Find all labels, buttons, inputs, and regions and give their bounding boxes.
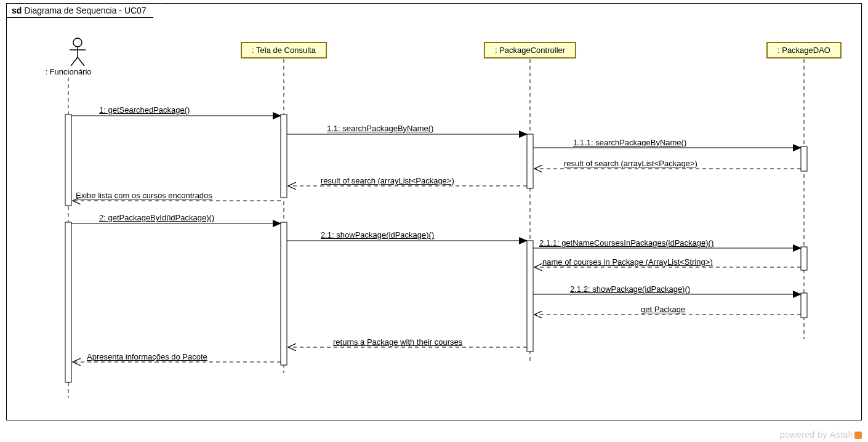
astah-icon bbox=[854, 432, 862, 439]
svg-rect-9 bbox=[65, 115, 71, 206]
msg-2-1-2: 2.1.2: showPackage(idPackage)() bbox=[570, 284, 690, 294]
ret-2-1: returns a Package with their courses bbox=[333, 337, 462, 347]
svg-rect-13 bbox=[527, 134, 533, 188]
svg-rect-14 bbox=[527, 241, 533, 352]
msg-2-1-1: 2.1.1: getNameCoursesInPackages(idPackag… bbox=[539, 238, 713, 247]
msg-1: 1: getSearchedPackage() bbox=[99, 105, 190, 115]
ret-2-1-1: name of courses in Package (ArrayList<St… bbox=[542, 257, 713, 267]
ret-1: Exibe lista com os cursos encontrados bbox=[76, 191, 212, 200]
svg-rect-11 bbox=[281, 115, 287, 198]
ret-2: Apresenta informações do Pacote bbox=[87, 352, 207, 361]
diagram-stage: : Funcionário : Tela de Consulta : Packa… bbox=[7, 4, 861, 420]
svg-rect-12 bbox=[281, 222, 287, 365]
svg-rect-16 bbox=[801, 247, 807, 270]
msg-2: 2: getPackageById(idPackage)() bbox=[99, 213, 214, 222]
msg-2-1: 2.1: showPackage(idPackage)() bbox=[321, 230, 434, 239]
sequence-frame: sd Diagrama de Sequencia - UC07 : Funcio… bbox=[6, 3, 862, 420]
svg-rect-17 bbox=[801, 293, 807, 318]
ret-1-1-1: result of search (arrayList<Package>) bbox=[564, 159, 697, 168]
msg-1-1: 1.1: searchPackageByName() bbox=[327, 124, 433, 133]
svg-rect-15 bbox=[801, 147, 807, 171]
svg-rect-10 bbox=[65, 222, 71, 382]
watermark: powered by Astah bbox=[780, 430, 862, 440]
msg-1-1-1: 1.1.1: searchPackageByName() bbox=[573, 138, 686, 147]
ret-1-1: result of search (arrayList<Package>) bbox=[321, 176, 454, 185]
ret-2-1-2: get Package bbox=[641, 305, 685, 314]
watermark-text: powered by Astah bbox=[780, 430, 853, 440]
